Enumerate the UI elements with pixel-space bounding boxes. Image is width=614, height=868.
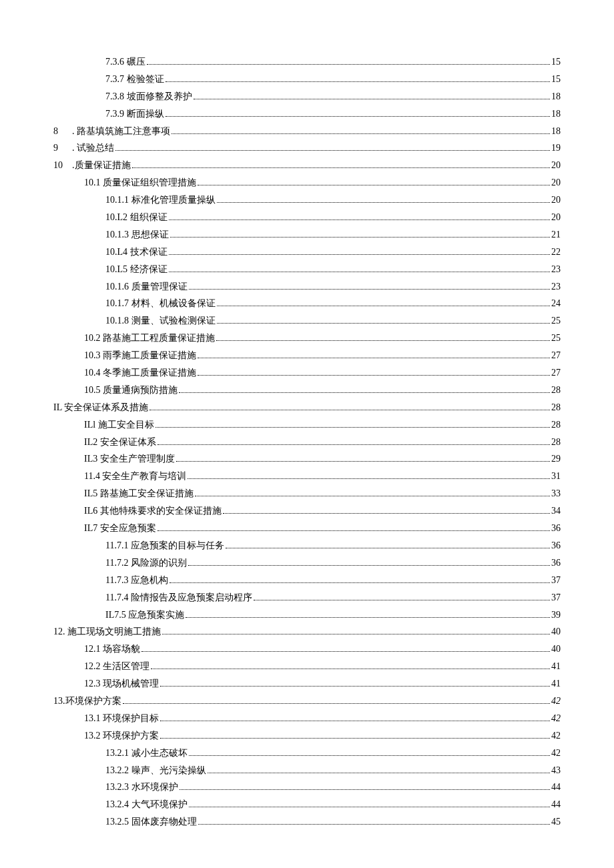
toc-entry-page: 23 <box>551 261 561 278</box>
toc-entry-label: 10.1.3 思想保证 <box>105 226 169 244</box>
toc-entry-page: 29 <box>551 450 561 468</box>
toc-entry: IL 安全保证体系及措施28 <box>53 399 561 416</box>
toc-entry-page: 19 <box>551 139 561 157</box>
toc-entry: 13.2.5 固体废弃物处理45 <box>53 813 561 831</box>
toc-entry: 11.7.3 应急机构37 <box>53 572 561 589</box>
toc-leader-dots <box>172 133 550 134</box>
toc-entry-page: 37 <box>551 589 561 606</box>
toc-entry-label: 13.1 环境保护目标 <box>84 710 159 727</box>
toc-entry: 10.1.3 思想保证21 <box>53 226 561 244</box>
toc-entry-label: 13.2.1 减小生态破坏 <box>105 745 188 762</box>
toc-entry-page: 37 <box>551 572 561 589</box>
toc-entry-label: 10.5 质量通病预防措施 <box>84 382 178 399</box>
toc-entry-label: IL7.5 应急预案实施 <box>105 606 184 624</box>
toc-entry-page: 41 <box>551 658 561 675</box>
toc-entry-label: 10.L5 经济保证 <box>105 261 168 278</box>
toc-entry-label: IL2 安全保证体系 <box>84 434 156 451</box>
toc-entry: 7.3.6 碾压15 <box>53 53 561 71</box>
toc-entry: 10.1.1 标准化管理质量操纵20 <box>53 191 561 209</box>
toc-leader-dots <box>198 185 550 185</box>
toc-leader-dots <box>176 461 550 462</box>
toc-entry-page: 18 <box>551 105 561 123</box>
toc-entry-label: 10.1.6 质量管理保证 <box>105 278 188 296</box>
toc-entry-page: 20 <box>551 174 561 191</box>
toc-leader-dots <box>217 306 551 306</box>
toc-entry-label: 12.2 生活区管理 <box>84 658 149 675</box>
toc-entry-page: 40 <box>551 623 561 640</box>
toc-entry-page: 42 <box>551 710 561 727</box>
toc-entry: IL5 路基施工安全保证措施33 <box>53 485 561 502</box>
toc-entry-page: 27 <box>551 347 561 364</box>
toc-leader-dots <box>141 651 550 652</box>
toc-entry-page: 28 <box>551 434 561 451</box>
toc-leader-dots <box>162 634 550 634</box>
toc-entry-label: 11.7.3 应急机构 <box>105 572 168 589</box>
toc-entry: 10.L2 组织保证20 <box>53 209 561 226</box>
toc-entry-page: 27 <box>551 364 561 382</box>
toc-entry: 13.2.1 减小生态破坏42 <box>53 745 561 762</box>
toc-entry: 7.3.7 检验签证15 <box>53 71 561 88</box>
toc-entry-label: 11.7.1 应急预案的目标与任务 <box>105 537 224 554</box>
toc-entry-page: 22 <box>551 244 561 261</box>
toc-entry-page: 44 <box>551 796 561 813</box>
toc-entry: 7.3.9 断面操纵18 <box>53 105 561 123</box>
toc-entry-label: 10.质量保证措施 <box>53 157 131 174</box>
toc-entry-page: 25 <box>551 330 561 347</box>
toc-leader-dots <box>254 600 550 600</box>
toc-leader-dots <box>188 478 550 479</box>
toc-entry: IL7.5 应急预案实施39 <box>53 606 561 624</box>
toc-entry-page: 36 <box>551 520 561 537</box>
toc-entry: ILl 施工安全目标28 <box>53 416 561 434</box>
toc-entry: 13.2.3 水环境保护44 <box>53 779 561 796</box>
toc-entry-page: 45 <box>551 813 561 831</box>
toc-entry-page: 43 <box>551 762 561 779</box>
toc-entry-label: 10.L4 技术保证 <box>105 244 168 261</box>
toc-leader-dots <box>195 496 550 496</box>
toc-entry-label: 7.3.7 检验签证 <box>105 71 164 88</box>
toc-entry: 10.质量保证措施20 <box>53 157 561 174</box>
toc-leader-dots <box>223 513 550 514</box>
toc-leader-dots <box>170 582 550 583</box>
toc-entry-page: 42 <box>551 745 561 762</box>
toc-leader-dots <box>189 807 551 807</box>
toc-entry-label: 8. 路基填筑施工注意事项 <box>53 123 170 140</box>
toc-leader-dots <box>147 64 551 65</box>
toc-entry-prefix: 8 <box>53 123 72 140</box>
toc-leader-dots <box>169 254 550 255</box>
toc-entry: 12.2 生活区管理41 <box>53 658 561 675</box>
toc-entry-label: 10.1.1 标准化管理质量操纵 <box>105 191 216 209</box>
toc-entry: IL6 其他特殊要求的安全保证措施34 <box>53 502 561 520</box>
toc-entry-page: 36 <box>551 554 561 572</box>
toc-entry: 10.1.8 测量、试验检测保证25 <box>53 312 561 330</box>
toc-entry: 10.1.6 质量管理保证23 <box>53 278 561 296</box>
toc-entry: 11.7.2 风险源的识别36 <box>53 554 561 572</box>
toc-entry-page: 36 <box>551 537 561 554</box>
toc-entry: 11.4 安全生产教育与培训31 <box>53 468 561 485</box>
toc-leader-dots <box>179 392 550 393</box>
toc-entry: 10.4 冬季施工质量保证措施27 <box>53 364 561 382</box>
toc-entry-page: 18 <box>551 88 561 105</box>
toc-entry-label: 11.7.4 险情报告及应急预案启动程序 <box>105 589 252 606</box>
toc-leader-dots <box>169 272 550 272</box>
toc-leader-dots <box>208 773 551 773</box>
toc-entry-label: 7.3.6 碾压 <box>105 53 145 71</box>
toc-entry: 13.环境保护方案42 <box>53 693 561 710</box>
toc-leader-dots <box>160 686 550 687</box>
toc-leader-dots <box>160 721 550 721</box>
toc-leader-dots <box>226 548 550 548</box>
toc-entry: 13.2.2 噪声、光污染操纵43 <box>53 762 561 779</box>
toc-leader-dots <box>151 669 550 669</box>
toc-entry: 10.5 质量通病预防措施28 <box>53 382 561 399</box>
toc-entry: 9. 试验总结19 <box>53 139 561 157</box>
toc-leader-dots <box>169 220 550 220</box>
toc-entry-label: 11.7.2 风险源的识别 <box>105 554 187 572</box>
toc-entry: 10.L4 技术保证22 <box>53 244 561 261</box>
toc-entry-label: 10.1.7 材料、机械设备保证 <box>105 295 216 312</box>
toc-entry: 13.1 环境保护目标42 <box>53 710 561 727</box>
toc-entry: 12.1 场容场貌40 <box>53 640 561 658</box>
toc-entry-label: 13.环境保护方案 <box>53 693 121 710</box>
toc-entry-page: 24 <box>551 295 561 312</box>
toc-entry: 13.2 环境保护方案42 <box>53 727 561 745</box>
toc-entry-page: 31 <box>551 468 561 485</box>
toc-entry-page: 42 <box>551 727 561 745</box>
